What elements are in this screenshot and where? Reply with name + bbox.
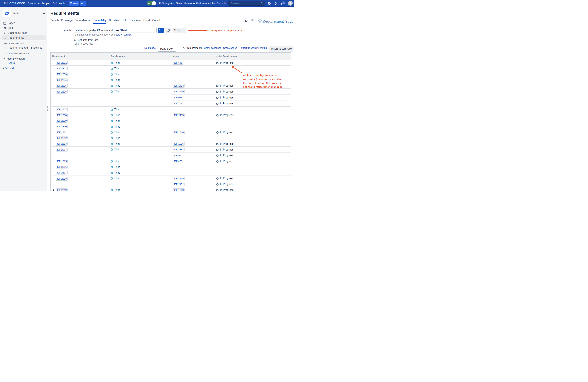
svg-text:?: ?	[252, 20, 252, 22]
svg-text:?: ?	[168, 29, 169, 31]
svg-text:?: ?	[269, 2, 270, 4]
